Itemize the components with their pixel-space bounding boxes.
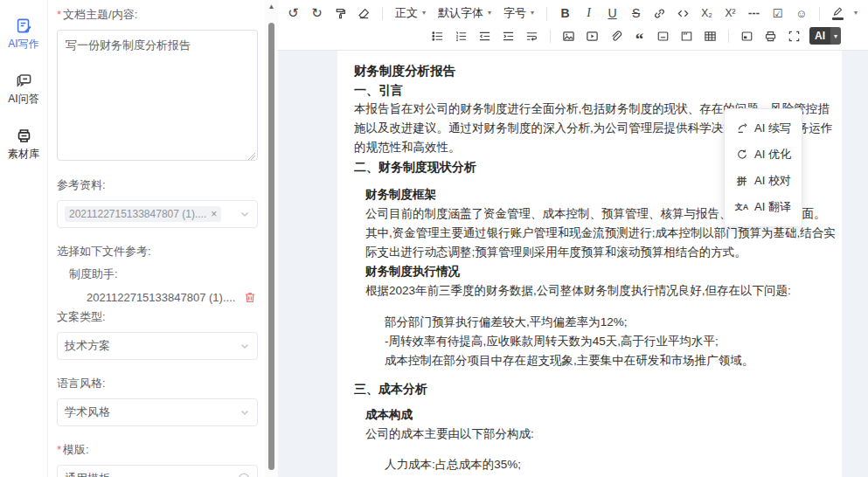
sidebar-item-ai-write[interactable]: AI写作: [8, 17, 38, 52]
reference-file-tag: 2021122715133847807 (1).... ×: [65, 206, 221, 222]
template-preview-check-icon[interactable]: [238, 473, 250, 477]
doc-subheading-cost-structure: 成本构成: [365, 405, 837, 425]
highlight-dropdown-caret[interactable]: ▾: [850, 3, 862, 23]
required-mark: *: [57, 8, 61, 21]
material-library-icon: [16, 128, 32, 144]
insert-table-icon[interactable]: [698, 26, 722, 45]
doc-subheading-execution: 财务制度执行情况: [365, 262, 837, 281]
sidebar-item-label: AI写作: [8, 37, 38, 52]
code-block-icon[interactable]: [675, 26, 698, 45]
menu-item-ai-optimize[interactable]: AI 优化: [725, 142, 802, 168]
toolbar-separator: [382, 7, 383, 20]
bulleted-list-icon[interactable]: [426, 26, 449, 45]
scroll-up-arrow[interactable]: ▲: [265, 3, 278, 10]
italic-icon[interactable]: I: [577, 3, 601, 23]
chevron-down-icon: [222, 474, 233, 477]
format-painter-icon[interactable]: [329, 3, 352, 23]
doc-heading-intro: 一、引言: [354, 80, 837, 100]
template-select[interactable]: 通用模板: [57, 465, 258, 477]
topic-textarea[interactable]: 写一份财务制度分析报告: [57, 30, 258, 161]
decrease-indent-icon[interactable]: [473, 26, 496, 45]
underline-icon[interactable]: U: [601, 3, 624, 23]
fullscreen-icon[interactable]: [782, 26, 806, 45]
ai-tools-menu: AI 续写 AI 优化 拼 AI 校对 文A AI 翻译: [724, 108, 802, 227]
reference-select[interactable]: 2021122715133847807 (1).... ×: [57, 200, 258, 228]
assistant-file-row: 2021122715133847807 (1)....: [87, 291, 258, 304]
doc-type-select[interactable]: 技术方案: [57, 332, 258, 360]
sidebar-item-ai-qa[interactable]: AI问答: [8, 73, 38, 107]
subscript-icon[interactable]: X₂: [695, 3, 719, 23]
doc-paragraph-cost: 公司的成本主要由以下部分构成:: [365, 425, 837, 444]
doc-issue-item: -周转效率有待提高,应收账款周转天数为45天,高于行业平均水平;: [385, 332, 837, 351]
app-window: AI写作 AI问答 素材库 *文档主题/内容: 写一份财务制度分析报告 参考资料…: [0, 0, 868, 477]
task-checkbox-icon[interactable]: ☑: [766, 3, 789, 23]
text-wrap-icon[interactable]: [520, 26, 544, 45]
toolbar-separator: [819, 7, 820, 20]
style-select[interactable]: 学术风格: [57, 398, 258, 426]
panel-scrollbar: ▲: [265, 0, 278, 477]
clear-format-eraser-icon[interactable]: [352, 3, 376, 23]
chevron-down-icon: [240, 407, 250, 418]
strikethrough-icon[interactable]: S: [624, 3, 648, 23]
toolbar-separator: [550, 30, 551, 43]
menu-item-ai-translate[interactable]: 文A AI 翻译: [725, 194, 802, 220]
template-label: *模版:: [57, 442, 258, 458]
insert-image-icon[interactable]: [557, 26, 580, 45]
increase-indent-icon[interactable]: [496, 26, 520, 45]
sidebar-item-label: 素材库: [8, 147, 39, 162]
sidebar-item-label: AI问答: [8, 92, 38, 107]
font-size-dropdown[interactable]: 字号▾: [497, 3, 540, 23]
print-icon[interactable]: [759, 26, 782, 45]
reference-label: 参考资料:: [57, 177, 258, 193]
insert-video-icon[interactable]: [580, 26, 604, 45]
textarea-resize-handle[interactable]: [247, 152, 255, 160]
delete-file-icon[interactable]: [244, 291, 256, 304]
divider-block-icon[interactable]: [651, 26, 675, 45]
assistant-file-name: 2021122715133847807 (1)....: [87, 291, 244, 304]
paragraph-style-dropdown[interactable]: 正文▾: [389, 3, 432, 23]
icon-sidebar: AI写作 AI问答 素材库: [0, 0, 48, 477]
doc-heading-cost: 三、成本分析: [354, 379, 837, 398]
editor-pane: ↺ ↻ 正文▾ 默认字体▾ 字号▾ B I U S: [278, 0, 868, 477]
menu-item-ai-continue[interactable]: AI 续写: [725, 115, 802, 142]
scrollbar-thumb[interactable]: [268, 23, 274, 470]
attachment-icon[interactable]: [604, 26, 628, 45]
sidebar-item-material-library[interactable]: 素材库: [8, 128, 39, 162]
link-icon[interactable]: [648, 3, 671, 23]
editor-toolbar: ↺ ↻ 正文▾ 默认字体▾ 字号▾ B I U S: [278, 0, 868, 51]
bold-icon[interactable]: B: [553, 3, 577, 23]
assistant-label: 制度助手:: [69, 267, 118, 280]
font-color-icon[interactable]: A: [862, 3, 868, 23]
editor-content-area: 财务制度分析报告 一、引言 本报告旨在对公司的财务制度进行全面分析,包括财务制度…: [278, 51, 868, 477]
blockquote-icon[interactable]: “: [628, 23, 651, 49]
toolbar-row-1: ↺ ↻ 正文▾ 默认字体▾ 字号▾ B I U S: [281, 2, 865, 24]
required-mark: *: [57, 443, 61, 456]
doc-cost-item: 人力成本:占总成本的35%;: [365, 455, 837, 474]
topic-label: *文档主题/内容:: [57, 7, 258, 23]
ai-qa-icon: [16, 73, 32, 89]
highlight-color-icon[interactable]: [826, 3, 850, 23]
chevron-down-icon: [240, 209, 250, 219]
toolbar-separator: [728, 30, 729, 43]
numbered-list-icon[interactable]: [449, 26, 473, 45]
redo-icon[interactable]: ↻: [305, 3, 329, 23]
inline-code-icon[interactable]: [671, 3, 695, 23]
file-reference-label: 选择如下文件参考:: [57, 244, 258, 259]
font-family-dropdown[interactable]: 默认字体▾: [432, 3, 497, 23]
ai-tools-dropdown[interactable]: AI ▾: [809, 27, 841, 45]
doc-paragraph-execution: 根据2023年前三季度的财务数据,公司整体财务制度执行情况良好,但存在以下问题:: [365, 281, 837, 301]
ai-write-form-panel: *文档主题/内容: 写一份财务制度分析报告 参考资料: 202112271513…: [48, 0, 265, 477]
menu-item-ai-proofread[interactable]: 拼 AI 校对: [725, 168, 802, 194]
ai-optimize-icon: [736, 149, 748, 161]
style-label: 语言风格:: [57, 376, 258, 391]
doc-issue-item: 成本控制在部分项目中存在超支现象,主要集中在研发和市场推广领域。: [385, 351, 837, 370]
card-view-icon[interactable]: [735, 26, 759, 45]
undo-icon[interactable]: ↺: [281, 3, 305, 23]
toolbar-separator: [546, 7, 547, 20]
superscript-icon[interactable]: X²: [719, 3, 742, 23]
horizontal-rule-icon[interactable]: [742, 3, 766, 23]
tag-remove-icon[interactable]: ×: [211, 209, 217, 219]
emoji-icon[interactable]: ☺: [789, 3, 813, 23]
doc-issue-list: 部分部门预算执行偏差较大,平均偏差率为12%; -周转效率有待提高,应收账款周转…: [365, 313, 837, 370]
ai-write-icon: [16, 17, 32, 34]
